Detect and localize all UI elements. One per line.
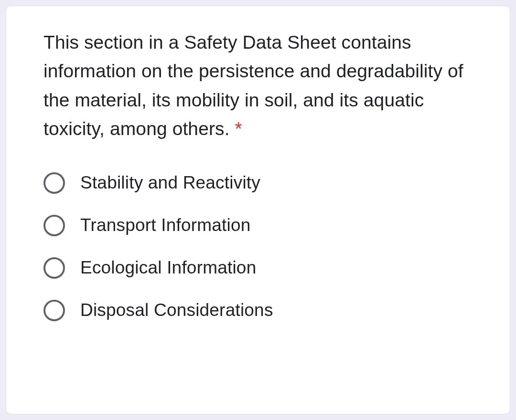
option-stability-reactivity[interactable]: Stability and Reactivity [43, 172, 473, 194]
option-ecological-information[interactable]: Ecological Information [43, 257, 473, 279]
required-asterisk: * [235, 118, 242, 139]
radio-unchecked-icon [43, 257, 65, 279]
radio-unchecked-icon [43, 300, 65, 321]
option-label: Transport Information [80, 215, 251, 235]
option-label: Stability and Reactivity [80, 173, 260, 193]
question-text: This section in a Safety Data Sheet cont… [43, 28, 473, 144]
radio-unchecked-icon [43, 172, 65, 194]
option-label: Disposal Considerations [80, 300, 273, 320]
option-disposal-considerations[interactable]: Disposal Considerations [43, 300, 473, 321]
question-prompt: This section in a Safety Data Sheet cont… [43, 32, 463, 139]
option-label: Ecological Information [80, 258, 256, 278]
question-card: This section in a Safety Data Sheet cont… [6, 6, 510, 414]
radio-unchecked-icon [43, 215, 65, 236]
options-group: Stability and Reactivity Transport Infor… [43, 172, 473, 321]
option-transport-information[interactable]: Transport Information [43, 215, 473, 236]
